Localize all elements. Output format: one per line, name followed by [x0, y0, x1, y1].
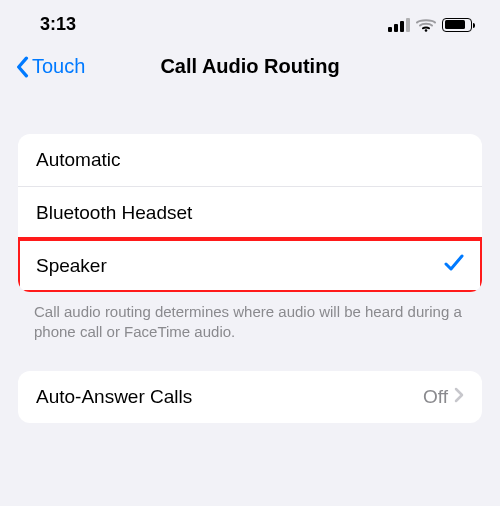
- back-label: Touch: [32, 55, 85, 78]
- auto-answer-group: Auto-Answer Calls Off: [18, 371, 482, 423]
- battery-icon: [442, 18, 472, 32]
- chevron-left-icon: [14, 56, 30, 78]
- status-time: 3:13: [40, 14, 76, 35]
- option-label: Automatic: [36, 149, 120, 171]
- option-label: Speaker: [36, 255, 107, 277]
- row-value: Off: [423, 386, 448, 408]
- option-automatic[interactable]: Automatic: [18, 134, 482, 186]
- option-bluetooth-headset[interactable]: Bluetooth Headset: [18, 186, 482, 239]
- status-right: [388, 18, 472, 32]
- option-label: Bluetooth Headset: [36, 202, 192, 224]
- checkmark-icon: [444, 254, 464, 277]
- cellular-signal-icon: [388, 18, 410, 32]
- auto-answer-calls-row[interactable]: Auto-Answer Calls Off: [18, 371, 482, 423]
- svg-point-0: [425, 29, 428, 32]
- row-label: Auto-Answer Calls: [36, 386, 192, 408]
- page-title: Call Audio Routing: [160, 55, 339, 78]
- back-button[interactable]: Touch: [14, 55, 85, 78]
- chevron-right-icon: [454, 386, 464, 408]
- routing-options-group: Automatic Bluetooth Headset Speaker: [18, 134, 482, 292]
- status-bar: 3:13: [0, 0, 500, 43]
- wifi-icon: [416, 18, 436, 32]
- navigation-bar: Touch Call Audio Routing: [0, 43, 500, 96]
- section-footer: Call audio routing determines where audi…: [0, 292, 500, 343]
- option-speaker[interactable]: Speaker: [18, 237, 482, 292]
